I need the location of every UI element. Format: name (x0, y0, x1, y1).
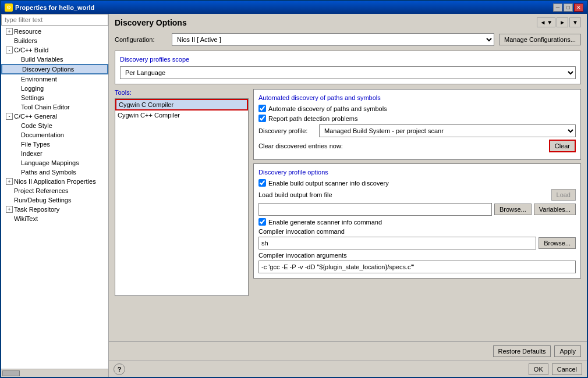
sidebar-item-build-variables[interactable]: Build Variables (1, 55, 108, 64)
nav-forward-button[interactable]: ► (557, 17, 568, 27)
sidebar-item-wikitext[interactable]: WikiText (1, 214, 108, 223)
sidebar-item-paths-and-symbols[interactable]: Paths and Symbols (1, 167, 108, 177)
scope-section-title: Discovery profiles scope (120, 56, 576, 63)
compiler-invocation-row: Browse... (258, 237, 576, 249)
title-bar: ⚙ Properties for hello_world ─ □ ✕ (1, 1, 587, 14)
tools-list: Cygwin C Compiler Cygwin C++ Compiler (115, 98, 249, 296)
discovery-profile-row: Discovery profile: Managed Build System … (258, 124, 576, 137)
discovery-scope-section: Discovery profiles scope Per Language (115, 51, 581, 84)
disc-profile-title: Discovery profile options (258, 169, 576, 176)
sidebar-item-nios2-app-props[interactable]: + Nios II Application Properties (1, 177, 108, 186)
report-checkbox-row: Report path detection problems (258, 115, 576, 122)
scope-select[interactable]: Per Language (120, 66, 576, 79)
profile-select[interactable]: Managed Build System - per project scanr (319, 124, 576, 137)
two-column-area: Tools: Cygwin C Compiler Cygwin C++ Comp… (115, 89, 581, 296)
report-label: Report path detection problems (268, 115, 357, 122)
sidebar-item-logging[interactable]: Logging (1, 84, 108, 93)
browse-variables-row: Browse... Variables... (258, 203, 576, 216)
minimize-button[interactable]: ─ (553, 3, 562, 12)
automate-label: Automate discovery of paths and symbols (268, 105, 387, 112)
report-checkbox[interactable] (258, 115, 266, 122)
manage-configurations-button[interactable]: Manage Configurations... (499, 34, 581, 45)
close-button[interactable]: ✕ (574, 3, 583, 12)
tools-panel: Tools: Cygwin C Compiler Cygwin C++ Comp… (115, 89, 249, 296)
load-button[interactable]: Load (551, 189, 576, 201)
restore-defaults-button[interactable]: Restore Defaults (493, 345, 551, 357)
config-row: Configuration: Nios II [ Active ] Manage… (115, 33, 581, 46)
right-options: Automated discovery of paths and symbols… (253, 89, 581, 296)
sidebar-item-cpp-general[interactable]: - C/C++ General (1, 112, 108, 121)
enable-scanner-row: Enable build output scanner info discove… (258, 179, 576, 187)
nav-back-button[interactable]: ◄ ▼ (537, 17, 555, 27)
compiler-args-label: Compiler invocation arguments (258, 252, 576, 259)
sidebar-item-file-types[interactable]: File Types (1, 140, 108, 149)
back-dropdown-icon: ▼ (547, 19, 552, 26)
back-icon: ◄ (540, 19, 546, 26)
enable-generate-label: Enable generate scanner info command (268, 219, 382, 226)
maximize-button[interactable]: □ (564, 3, 573, 12)
sidebar-item-discovery-options[interactable]: Discovery Options (1, 64, 108, 74)
sidebar-item-environment[interactable]: Environment (1, 74, 108, 84)
expand-cpp-general[interactable]: - (6, 113, 13, 120)
panel-title: Discovery Options (115, 18, 187, 27)
tool-item-cygwin-cpp[interactable]: Cygwin C++ Compiler (115, 110, 248, 120)
sidebar-item-code-style[interactable]: Code Style (1, 121, 108, 130)
compiler-args-input[interactable] (258, 261, 576, 273)
sidebar: + Resource Builders - C/C++ Build Bu (1, 14, 109, 377)
load-from-file-label: Load build output from file (258, 191, 332, 198)
title-bar-left: ⚙ Properties for hello_world (5, 3, 94, 12)
sidebar-item-indexer[interactable]: Indexer (1, 149, 108, 158)
sidebar-item-run-debug-settings[interactable]: Run/Debug Settings (1, 195, 108, 205)
expand-cpp-build[interactable]: - (6, 47, 13, 54)
enable-scanner-checkbox[interactable] (258, 179, 266, 187)
main-window: ⚙ Properties for hello_world ─ □ ✕ + Res… (0, 0, 588, 378)
sidebar-item-documentation[interactable]: Documentation (1, 130, 108, 140)
expand-resource[interactable]: + (6, 28, 13, 35)
clear-row: Clear discovered entries now: Clear (258, 140, 576, 152)
browse-button-2[interactable]: Browse... (539, 237, 576, 249)
bottom-bar: Restore Defaults Apply (109, 341, 587, 361)
tools-label: Tools: (115, 89, 249, 96)
menu-dropdown-icon: ▼ (572, 19, 578, 26)
ok-button[interactable]: OK (529, 363, 548, 375)
compiler-invocation-input[interactable] (258, 237, 536, 249)
filter-input[interactable] (1, 14, 108, 26)
window-title: Properties for hello_world (15, 4, 94, 11)
expand-task-repo[interactable]: + (6, 206, 13, 213)
panel-body: Configuration: Nios II [ Active ] Manage… (109, 30, 587, 341)
expand-nios2[interactable]: + (6, 178, 13, 185)
sidebar-item-project-references[interactable]: Project References (1, 186, 108, 195)
sidebar-item-settings[interactable]: Settings (1, 93, 108, 102)
discovery-profile-section: Discovery profile options Enable build o… (253, 163, 581, 279)
cancel-button[interactable]: Cancel (552, 363, 582, 375)
sidebar-item-builders[interactable]: Builders (1, 36, 108, 45)
sidebar-item-cpp-build[interactable]: - C/C++ Build (1, 45, 108, 55)
clear-button[interactable]: Clear (549, 140, 576, 152)
window-icon: ⚙ (5, 3, 13, 12)
footer-bar: ? OK Cancel (109, 361, 587, 377)
load-from-file-row: Load build output from file Load (258, 189, 576, 201)
sidebar-item-language-mappings[interactable]: Language Mappings (1, 158, 108, 167)
tree-area: + Resource Builders - C/C++ Build Bu (1, 26, 108, 369)
nav-menu-button[interactable]: ▼ (569, 17, 581, 27)
apply-button[interactable]: Apply (554, 345, 581, 357)
variables-button[interactable]: Variables... (534, 204, 576, 215)
help-button[interactable]: ? (114, 363, 125, 375)
enable-generate-checkbox[interactable] (258, 218, 266, 226)
automate-checkbox[interactable] (258, 105, 266, 112)
browse-button-1[interactable]: Browse... (494, 204, 532, 215)
sidebar-item-resource[interactable]: + Resource (1, 27, 108, 36)
config-select[interactable]: Nios II [ Active ] (172, 33, 494, 46)
automated-discovery-section: Automated discovery of paths and symbols… (253, 89, 581, 160)
scroll-handle[interactable] (2, 370, 20, 376)
footer-ok-cancel: OK Cancel (529, 363, 582, 375)
main-content: + Resource Builders - C/C++ Build Bu (1, 14, 587, 377)
nav-buttons: ◄ ▼ ► ▼ (537, 17, 581, 27)
sidebar-scrollbar[interactable] (1, 369, 108, 377)
title-buttons: ─ □ ✕ (553, 3, 583, 12)
sidebar-item-tool-chain-editor[interactable]: Tool Chain Editor (1, 102, 108, 112)
sidebar-item-task-repository[interactable]: + Task Repository (1, 205, 108, 214)
load-file-input[interactable] (258, 203, 492, 216)
tool-item-cygwin-c[interactable]: Cygwin C Compiler (115, 99, 248, 110)
config-label: Configuration: (115, 36, 167, 43)
